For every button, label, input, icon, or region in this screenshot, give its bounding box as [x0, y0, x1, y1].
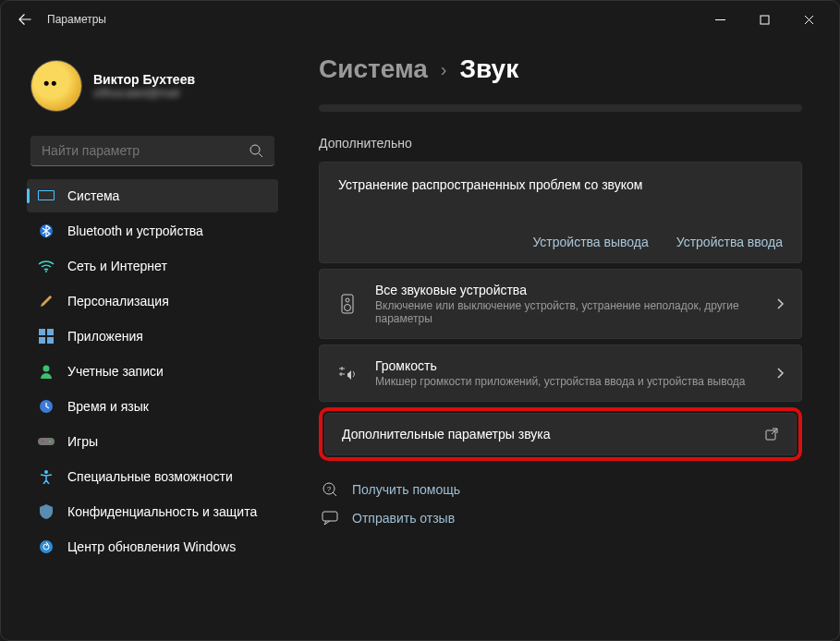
help-icon: ?	[319, 481, 341, 498]
account-icon	[38, 363, 55, 380]
svg-point-15	[44, 470, 48, 474]
svg-text:?: ?	[327, 485, 332, 493]
nav-bluetooth[interactable]: Bluetooth и устройства	[27, 214, 278, 248]
card-title: Все звуковые устройства	[375, 283, 759, 297]
update-icon	[38, 538, 55, 555]
card-title: Дополнительные параметры звука	[342, 427, 748, 441]
svg-rect-3	[39, 191, 54, 200]
bluetooth-icon	[38, 223, 55, 239]
nav-label: Конфиденциальность и защита	[67, 504, 257, 519]
nav-label: Время и язык	[67, 399, 149, 414]
nav-time-language[interactable]: Время и язык	[27, 390, 278, 423]
speaker-icon	[336, 294, 359, 314]
svg-rect-7	[47, 329, 54, 335]
link-label: Отправить отзыв	[352, 511, 455, 526]
footer-links: ? Получить помощь Отправить отзыв	[319, 481, 802, 526]
privacy-icon	[38, 503, 55, 520]
nav-label: Специальные возможности	[67, 469, 233, 484]
svg-point-19	[345, 305, 351, 311]
time-icon	[38, 398, 55, 415]
nav-personalization[interactable]: Персонализация	[27, 284, 278, 318]
nav-accounts[interactable]: Учетные записи	[27, 355, 278, 388]
window-title: Параметры	[47, 13, 106, 26]
more-sound-settings-card[interactable]: Дополнительные параметры звука	[324, 413, 797, 455]
brush-icon	[38, 293, 55, 309]
games-icon	[38, 433, 55, 450]
nav-label: Bluetooth и устройства	[67, 224, 203, 238]
minimize-button[interactable]	[699, 5, 741, 34]
nav-gaming[interactable]: Игры	[27, 425, 278, 458]
section-header-more: Дополнительно	[319, 136, 802, 151]
nav-privacy[interactable]: Конфиденциальность и защита	[27, 495, 278, 528]
svg-point-5	[45, 271, 47, 272]
highlight-frame: Дополнительные параметры звука	[319, 407, 802, 461]
chevron-right-icon: ›	[441, 59, 447, 80]
svg-point-18	[346, 298, 349, 302]
output-devices-link[interactable]: Устройства вывода	[532, 235, 648, 249]
search-input[interactable]	[42, 143, 249, 158]
svg-point-14	[49, 441, 51, 442]
nav-label: Персонализация	[67, 294, 169, 308]
nav-label: Приложения	[67, 329, 143, 344]
all-sound-devices-card[interactable]: Все звуковые устройства Включение или вы…	[319, 269, 802, 339]
svg-rect-23	[323, 512, 337, 521]
get-help-link[interactable]: ? Получить помощь	[319, 481, 802, 498]
troubleshoot-card: Устранение распространенных проблем со з…	[319, 162, 802, 263]
search-icon	[249, 143, 263, 158]
volume-mixer-card[interactable]: Громкость Микшер громкости приложений, у…	[319, 345, 802, 402]
chevron-right-icon	[775, 367, 785, 380]
nav-apps[interactable]: Приложения	[27, 320, 278, 353]
profile-block[interactable]: Виктор Бухтеев обfuscated@mail	[27, 47, 278, 130]
svg-point-1	[250, 145, 260, 154]
separator-bar	[319, 104, 802, 112]
minimize-icon	[715, 15, 725, 25]
sidebar: Виктор Бухтеев обfuscated@mail Система B…	[1, 38, 287, 640]
breadcrumb-current: Звук	[460, 54, 519, 84]
card-subtitle: Микшер громкости приложений, устройства …	[375, 375, 759, 388]
close-button[interactable]	[787, 5, 830, 34]
main-content: Система › Звук Дополнительно Устранение …	[287, 38, 839, 640]
nav-label: Центр обновления Windows	[67, 539, 236, 554]
close-icon	[804, 15, 814, 25]
open-external-icon	[764, 427, 779, 441]
arrow-left-icon	[18, 13, 31, 26]
svg-point-10	[43, 366, 50, 372]
svg-rect-6	[39, 329, 45, 335]
svg-point-13	[42, 441, 43, 442]
profile-email: обfuscated@mail	[93, 87, 195, 100]
card-subtitle: Включение или выключение устройств, устр…	[375, 299, 759, 325]
input-devices-link[interactable]: Устройства ввода	[676, 235, 783, 249]
troubleshoot-title: Устранение распространенных проблем со з…	[338, 177, 783, 192]
svg-rect-9	[47, 337, 54, 344]
nav-list: Система Bluetooth и устройства Сеть и Ин…	[27, 179, 278, 563]
titlebar: Параметры	[1, 1, 839, 38]
apps-icon	[38, 328, 55, 345]
maximize-icon	[760, 15, 770, 25]
nav-system[interactable]: Система	[27, 179, 278, 212]
link-label: Получить помощь	[352, 482, 460, 497]
accessibility-icon	[38, 468, 55, 485]
nav-windows-update[interactable]: Центр обновления Windows	[27, 530, 278, 563]
svg-rect-8	[39, 337, 45, 344]
nav-accessibility[interactable]: Специальные возможности	[27, 460, 278, 493]
svg-rect-12	[38, 438, 55, 445]
nav-label: Игры	[67, 434, 98, 449]
nav-label: Система	[67, 188, 119, 203]
profile-name: Виктор Бухтеев	[93, 72, 195, 87]
send-feedback-link[interactable]: Отправить отзыв	[319, 511, 802, 526]
avatar	[30, 60, 82, 112]
mixer-icon	[336, 365, 359, 381]
maximize-button[interactable]	[743, 5, 785, 34]
nav-network[interactable]: Сеть и Интернет	[27, 249, 278, 283]
svg-rect-0	[761, 16, 769, 24]
system-icon	[38, 187, 55, 204]
back-button[interactable]	[10, 5, 40, 34]
feedback-icon	[319, 511, 341, 526]
chevron-right-icon	[775, 297, 785, 310]
search-box[interactable]	[30, 136, 274, 166]
breadcrumb-parent[interactable]: Система	[319, 54, 428, 84]
nav-label: Учетные записи	[67, 364, 164, 379]
breadcrumb: Система › Звук	[319, 54, 802, 84]
window-controls	[699, 5, 830, 34]
nav-label: Сеть и Интернет	[67, 259, 167, 273]
